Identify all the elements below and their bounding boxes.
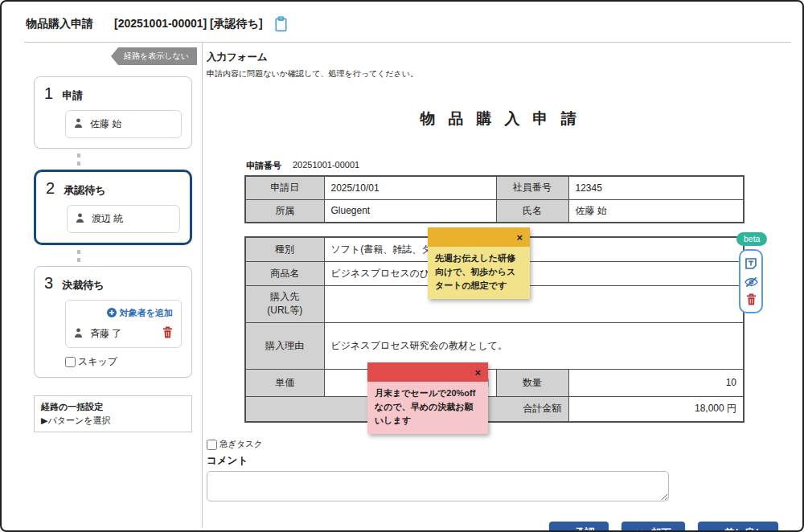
quantity-label: 数量 [496,369,568,396]
sticky-note-red[interactable]: × 月末までセールで20%offなので、早めの決裁お願いします [367,362,488,434]
sticky-note-text: 月末までセールで20%offなので、早めの決裁お願いします [367,382,488,434]
approve-button[interactable]: ↓ 承認 [549,522,609,532]
workflow-step-3[interactable]: 3 決裁待ち 対象者を追加 斉藤 了 [34,266,192,378]
unit-price-label: 単価 [245,369,324,396]
document-reference: [20251001-00001] [承認待ち] [114,17,263,31]
app-window: 物品購入申請 [20251001-00001] [承認待ち] 経路を表示しない … [0,0,804,532]
step-title: 申請 [62,88,83,103]
workflow-step-2-active[interactable]: 2 承認待ち 渡辺 統 [34,170,192,245]
approve-button-label: 承認 [575,526,595,532]
action-button-row: ↓ 承認 ✕ 却下 ↑ 差し戻し [207,522,790,532]
reject-button[interactable]: ✕ 却下 [621,522,685,532]
send-back-button-label: 差し戻し [724,526,765,532]
workflow-route-sidebar: 経路を表示しない 1 申請 佐藤 始 [24,43,203,528]
request-number-value: 20251001-00001 [293,160,359,172]
request-number-row: 申請番号 20251001-00001 [246,160,790,172]
sticky-note-text: 先週お伝えした研修向けで、初歩からスタートの想定です [428,247,530,299]
page-title: 物品購入申請 [26,17,93,31]
type-value: ソフト(書籍、雑誌、ダウンロード等) [324,237,744,261]
total-value: 18,000 円 [568,396,744,422]
name-label: 氏名 [496,199,568,223]
comment-textarea[interactable] [207,471,669,501]
route-connector [77,153,197,166]
step-member-box: 対象者を追加 斉藤 了 [65,300,182,348]
plus-circle-icon [107,308,117,319]
step-member-box: 佐藤 始 [65,110,182,138]
delete-member-trash-icon[interactable] [162,326,173,341]
name-value: 佐藤 始 [568,199,744,223]
urgent-task-checkbox[interactable] [207,440,217,450]
add-text-note-icon[interactable] [745,257,757,270]
select-pattern-link[interactable]: ▶パターンを選択 [41,414,185,428]
product-value: ビジネスプロセスのひみつ [324,261,744,285]
page-header: 物品購入申請 [20251001-00001] [承認待ち] [24,2,791,43]
clipboard-icon[interactable] [274,16,288,32]
member-name: 渡辺 統 [92,212,123,226]
step-title: 承認待ち [64,183,105,198]
reason-label: 購入理由 [245,322,324,369]
department-label: 所属 [245,199,324,223]
route-connector [77,250,197,262]
sticky-note-yellow[interactable]: × 先週お伝えした研修向けで、初歩からスタートの想定です [428,227,530,299]
person-icon [76,213,84,225]
add-target-label: 対象者を追加 [120,307,173,319]
employee-no-value: 12345 [568,176,744,199]
vendor-label: 購入先 (URL等) [245,285,324,322]
down-arrow-icon: ↓ [563,527,568,532]
hide-route-toggle[interactable]: 経路を表示しない [111,47,197,65]
send-back-button[interactable]: ↑ 差し戻し [698,522,778,532]
skip-label: スキップ [78,355,117,369]
workflow-step-1[interactable]: 1 申請 佐藤 始 [34,76,192,149]
route-batch-settings: 経路の一括設定 ▶パターンを選択 [34,395,192,432]
step-number: 2 [46,180,55,196]
person-icon [74,118,83,130]
note-close-icon[interactable]: × [474,367,481,378]
department-value: Gluegent [324,199,496,223]
apply-date-label: 申請日 [245,176,324,199]
section-title: 入力フォーム [207,51,790,64]
content-area: 経路を表示しない 1 申請 佐藤 始 [2,43,802,528]
up-arrow-icon: ↑ [712,527,717,532]
beta-badge: beta [736,232,767,246]
step-number: 1 [44,85,53,101]
cross-icon: ✕ [635,527,644,532]
reject-button-label: 却下 [651,526,671,532]
urgent-task-row: 急ぎタスク [207,439,790,450]
add-target-link[interactable]: 対象者を追加 [74,307,173,319]
type-label: 種別 [245,237,324,261]
delete-notes-trash-icon[interactable] [746,293,757,305]
note-close-icon[interactable]: × [516,232,523,243]
skip-checkbox[interactable] [65,357,76,367]
apply-date-value: 2025/10/01 [324,176,496,199]
step-member-box: 渡辺 統 [67,205,180,233]
hide-notes-eye-slash-icon[interactable] [745,276,758,288]
employee-no-label: 社員番号 [496,176,568,199]
member-name: 佐藤 始 [90,117,121,131]
applicant-info-table: 申請日 2025/10/01 社員番号 12345 所属 Gluegent 氏名… [244,175,745,223]
route-batch-title: 経路の一括設定 [41,400,185,414]
comment-label: コメント [207,454,790,468]
sticky-note-toolbar [739,249,763,313]
step-title: 決裁待ち [62,278,104,293]
form-main-area: 入力フォーム 申請内容に問題ないか確認して、処理を行ってください。 物品購入申請… [203,43,802,528]
person-icon [74,328,83,340]
request-number-label: 申請番号 [246,160,281,172]
vendor-value [324,285,744,322]
section-subtitle: 申請内容に問題ないか確認して、処理を行ってください。 [207,68,790,80]
product-label: 商品名 [245,261,324,285]
form-title: 物品購入申請 [207,108,790,129]
step-number: 3 [44,275,53,291]
urgent-task-label: 急ぎタスク [219,439,262,450]
quantity-value: 10 [568,369,744,396]
member-name: 斉藤 了 [90,327,155,341]
